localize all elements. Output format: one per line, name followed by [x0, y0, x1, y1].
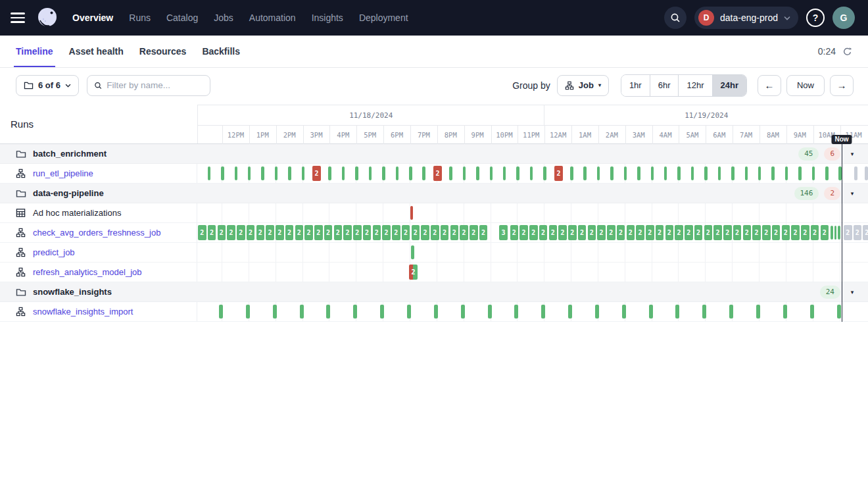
run-bar[interactable]	[355, 166, 358, 180]
run-bar[interactable]: 2	[382, 225, 391, 240]
run-bar[interactable]	[637, 166, 640, 180]
search-button[interactable]	[664, 7, 687, 29]
run-bar[interactable]: 2	[607, 225, 615, 240]
run-bar[interactable]: 2	[343, 225, 352, 240]
group-row-data-eng-pipeline[interactable]: data-eng-pipeline1462▾	[0, 184, 868, 203]
run-bar[interactable]: 2	[421, 225, 429, 240]
run-bar[interactable]	[810, 305, 814, 318]
run-bar[interactable]	[597, 166, 600, 180]
tab-backfills[interactable]: Backfills	[202, 36, 240, 67]
run-bar[interactable]	[380, 305, 384, 318]
nav-item-catalog[interactable]: Catalog	[166, 13, 198, 23]
run-bar[interactable]: 2	[539, 225, 548, 240]
run-bar[interactable]	[677, 166, 681, 180]
run-bar[interactable]	[461, 305, 465, 318]
group-row-batch-enrichment[interactable]: batch_enrichment456▾	[0, 144, 868, 164]
nav-item-insights[interactable]: Insights	[312, 13, 343, 23]
tab-resources[interactable]: Resources	[139, 36, 187, 67]
scheduled-run-bar[interactable]: 2	[863, 225, 868, 240]
run-bar[interactable]	[396, 166, 399, 180]
run-bar[interactable]	[463, 166, 466, 180]
run-bar[interactable]: 2	[694, 225, 703, 240]
run-bar[interactable]	[825, 166, 829, 180]
run-bar[interactable]	[328, 166, 331, 180]
run-bar[interactable]: 2	[811, 225, 819, 240]
run-bar[interactable]	[718, 166, 721, 180]
run-bar[interactable]: 2	[324, 225, 333, 240]
run-bar[interactable]: 2	[266, 225, 274, 240]
run-bar[interactable]: 2	[685, 225, 693, 240]
run-bar[interactable]: 2	[256, 225, 265, 240]
help-button[interactable]: ?	[806, 9, 825, 27]
run-bar[interactable]	[622, 305, 626, 318]
group-by-select[interactable]: Job ▾	[557, 75, 609, 96]
tab-timeline[interactable]: Timeline	[16, 36, 53, 67]
run-bar[interactable]: 2	[198, 225, 206, 240]
run-bar[interactable]: 2	[646, 225, 654, 240]
repo-filter-button[interactable]: 6 of 6	[16, 75, 79, 96]
menu-icon[interactable]	[11, 13, 25, 23]
run-bar[interactable]: 2	[441, 225, 449, 240]
run-bar[interactable]	[583, 166, 587, 180]
run-bar[interactable]: 2	[675, 225, 683, 240]
run-bar[interactable]: 2	[218, 225, 226, 240]
run-bar[interactable]	[411, 245, 414, 259]
range-12hr[interactable]: 12hr	[678, 75, 711, 96]
run-bar[interactable]	[449, 166, 452, 180]
run-bar[interactable]	[530, 166, 533, 180]
run-bar[interactable]	[702, 305, 706, 318]
run-bar[interactable]	[745, 166, 748, 180]
run-bar[interactable]	[219, 305, 223, 318]
run-bar[interactable]: 2	[713, 225, 722, 240]
run-bar[interactable]	[302, 166, 305, 180]
run-bar[interactable]	[342, 166, 345, 180]
scheduled-run-bar[interactable]	[854, 166, 857, 180]
run-bar[interactable]: 2	[363, 225, 372, 240]
run-bar[interactable]: 2	[312, 166, 321, 181]
run-bar[interactable]	[488, 305, 492, 318]
run-bar[interactable]: 2	[627, 225, 635, 240]
run-bar[interactable]: 2	[433, 166, 442, 181]
run-bar[interactable]	[476, 166, 479, 180]
run-bar[interactable]	[798, 166, 802, 180]
user-avatar[interactable]: G	[832, 7, 855, 29]
run-bar[interactable]: 2	[227, 225, 235, 240]
run-bar[interactable]: 2	[314, 225, 323, 240]
run-bar[interactable]	[664, 166, 667, 180]
run-bar[interactable]	[407, 305, 411, 318]
run-bar[interactable]	[568, 305, 572, 318]
run-bar[interactable]: 2	[470, 225, 478, 240]
dagster-logo[interactable]	[36, 6, 59, 30]
run-bar[interactable]: 2	[588, 225, 596, 240]
nav-item-automation[interactable]: Automation	[249, 13, 296, 23]
job-label[interactable]: refresh_analytics_model_job	[33, 267, 141, 277]
scheduled-run-bar[interactable]	[865, 166, 868, 180]
run-bar[interactable]	[221, 166, 224, 180]
run-bar[interactable]	[208, 166, 211, 180]
expand-caret-icon[interactable]: ▾	[846, 289, 859, 295]
run-bar[interactable]: 2	[529, 225, 538, 240]
run-bar[interactable]: 3	[499, 225, 508, 240]
job-label[interactable]: snowflake_insights_import	[33, 307, 133, 317]
run-bar[interactable]: 2	[656, 225, 664, 240]
run-bar[interactable]	[834, 226, 837, 240]
job-label[interactable]: predict_job	[33, 247, 75, 257]
workspace-switcher[interactable]: D data-eng-prod	[694, 7, 798, 29]
run-bar[interactable]: 2	[723, 225, 732, 240]
nav-item-jobs[interactable]: Jobs	[214, 13, 233, 23]
run-bar[interactable]: 2	[597, 225, 606, 240]
run-bar[interactable]	[812, 166, 815, 180]
run-bar[interactable]: 2	[791, 225, 800, 240]
run-bar[interactable]	[838, 226, 840, 240]
nav-item-overview[interactable]: Overview	[72, 13, 113, 23]
run-bar[interactable]: 2	[373, 225, 381, 240]
run-bar[interactable]	[837, 305, 841, 318]
run-bar[interactable]: 2	[450, 225, 459, 240]
job-label[interactable]: run_etl_pipeline	[33, 168, 93, 178]
run-bar[interactable]: 2	[412, 225, 420, 240]
run-bar[interactable]	[516, 166, 519, 180]
run-bar[interactable]	[410, 206, 413, 220]
run-bar[interactable]: 2	[665, 225, 674, 240]
run-bar[interactable]: 2	[295, 225, 304, 240]
previous-period-button[interactable]: ←	[758, 75, 781, 96]
